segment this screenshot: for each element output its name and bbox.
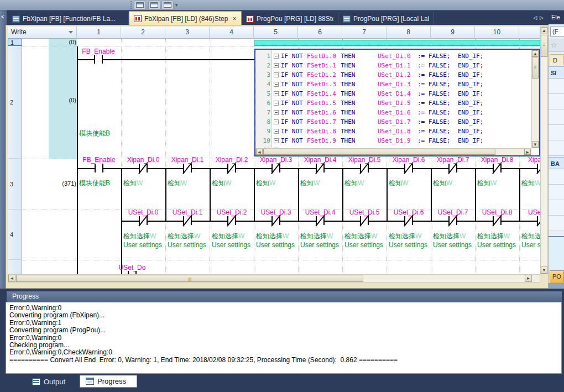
contact-fb-enable[interactable] xyxy=(102,55,103,64)
contact-USet_Di.2[interactable] xyxy=(235,216,236,225)
contact-Xipan_Di.8[interactable] xyxy=(500,164,502,173)
editor-tab[interactable]: FbXipan [FB] [LD] (846)Step× xyxy=(129,11,242,25)
contact-USet_Di.8[interactable] xyxy=(500,216,502,225)
bottom-tab-output[interactable]: Output xyxy=(27,375,79,388)
collapse-minus-icon[interactable] xyxy=(274,119,279,124)
element-list-row[interactable] xyxy=(549,79,564,94)
st-code-line[interactable]: 5IF NOT FSetDi.4THENUSet_Di.4:= FALSE;EN… xyxy=(255,89,529,98)
element-list-row[interactable] xyxy=(549,169,564,185)
scroll-up-icon[interactable]: ▲ xyxy=(541,27,547,34)
collapse-minus-icon[interactable] xyxy=(274,82,279,87)
st-vertical-scrollbar[interactable]: ▲≡▼ xyxy=(531,50,539,148)
contact-fb-enable[interactable] xyxy=(102,164,103,173)
scroll-down-icon[interactable]: ▼ xyxy=(532,141,539,148)
ladder-editor-canvas[interactable]: 1234(0)(0)(371)FB_Enable模块使能BFB_Enable模块… xyxy=(8,39,540,274)
element-panel-tab-d[interactable]: D xyxy=(550,54,564,65)
form-editor-icon[interactable] xyxy=(134,1,146,9)
row-number-cell[interactable] xyxy=(8,260,22,274)
contact-Xipan_Di.4[interactable] xyxy=(323,164,325,173)
toolbar-drag-handle[interactable] xyxy=(130,1,132,9)
contact-USet_Di.3[interactable] xyxy=(279,216,280,225)
scroll-right-icon[interactable]: ► xyxy=(524,149,531,155)
contact-Xipan_Di.6[interactable] xyxy=(412,164,413,173)
element-list-row[interactable] xyxy=(549,109,564,125)
collapse-minus-icon[interactable] xyxy=(274,91,279,96)
editor-tab[interactable]: ProgPou [PRG] [LD] 88Step xyxy=(242,12,338,25)
ladder-horizontal-scrollbar[interactable]: ◄ ||| ► xyxy=(8,274,540,283)
contact-fb-enable[interactable] xyxy=(94,55,95,64)
contact-USet_Di.6[interactable] xyxy=(412,216,413,225)
st-code-line[interactable]: 3IF NOT FSetDi.2THENUSet_Di.2:= FALSE;EN… xyxy=(255,70,529,80)
row-number-cell[interactable]: 1 xyxy=(8,39,22,46)
element-group-si[interactable]: SI xyxy=(549,66,564,79)
collapse-minus-icon[interactable] xyxy=(274,72,279,77)
ladder-editor-icon xyxy=(246,15,254,23)
contact-Xipan_Di.0[interactable] xyxy=(147,164,148,173)
collapse-minus-icon[interactable] xyxy=(274,54,279,59)
contact-Xipan_Di.1[interactable] xyxy=(191,164,192,173)
row-number-cell[interactable]: 3 xyxy=(8,159,22,210)
toolbar-overflow-button[interactable]: ▾ xyxy=(173,2,180,9)
element-list-row[interactable] xyxy=(549,185,564,200)
element-list-row[interactable] xyxy=(549,140,564,156)
collapse-left-icon[interactable]: < xyxy=(1,14,4,20)
contact-USet_Di.7[interactable] xyxy=(456,216,457,225)
tab-scroll-right-icon[interactable]: ▷ xyxy=(540,15,546,20)
contact-Xipan_Di.5[interactable] xyxy=(368,164,369,173)
collapse-minus-icon[interactable] xyxy=(274,129,279,134)
tab-scroll-arrows[interactable]: ◁▷ xyxy=(533,15,546,20)
collapse-minus-icon[interactable] xyxy=(274,138,279,143)
element-list-row[interactable] xyxy=(549,125,564,140)
user-key-icon[interactable] xyxy=(161,1,174,9)
collapse-minus-icon[interactable] xyxy=(274,110,279,115)
contact-Xipan_Di.3[interactable] xyxy=(279,164,280,173)
edit-mode-dropdown[interactable]: Write xyxy=(8,27,77,39)
scrollbar-thumb[interactable]: ≡ xyxy=(532,58,539,79)
st-code-line[interactable]: 9IF NOT FSetDi.8THENUSet_Di.8:= FALSE;EN… xyxy=(255,127,529,136)
st-code-line[interactable]: 10IF NOT FSetDi.9THENUSet_Di.9:= FALSE;E… xyxy=(255,136,529,145)
contact-USet_Di.4[interactable] xyxy=(323,216,325,225)
progress-log[interactable]: Error:0,Warning:0Converting program (FbX… xyxy=(6,302,562,374)
st-code-line[interactable]: 4IF NOT FSetDi.3THENUSet_Di.3:= FALSE;EN… xyxy=(255,80,529,89)
scrollbar-thumb[interactable]: ≡ xyxy=(541,35,547,57)
element-list-row[interactable] xyxy=(549,94,564,109)
inline-st-box[interactable]: 1IF NOT FSetDi.0THENUSet_Di.0:= FALSE;EN… xyxy=(254,49,540,156)
contact-fb-enable[interactable] xyxy=(95,164,96,173)
element-list-row[interactable] xyxy=(549,216,564,231)
row-number-cell[interactable]: 4 xyxy=(8,210,22,260)
st-code-line[interactable]: 2IF NOT FSetDi.1THENUSet_Di.1:= FALSE;EN… xyxy=(255,61,529,70)
editor-tab[interactable]: FbXipan [FB] [Function/FB La... xyxy=(8,12,129,25)
element-filter-input[interactable]: (F xyxy=(550,27,564,36)
element-group-ba[interactable]: BA xyxy=(549,157,564,169)
st-code-line[interactable]: 7IF NOT FSetDi.6THENUSet_Di.6:= FALSE;EN… xyxy=(255,108,529,117)
scroll-up-icon[interactable]: ▲ xyxy=(532,50,539,57)
st-horizontal-scrollbar[interactable]: ◄► xyxy=(255,148,531,155)
st-code-line[interactable]: 8IF NOT FSetDi.7THENUSet_Di.7:= FALSE;EN… xyxy=(255,117,529,127)
scroll-down-icon[interactable]: ▼ xyxy=(541,266,547,274)
favorites-star-icon[interactable]: ☆ xyxy=(549,39,564,52)
editor-tab[interactable]: ProgPou [PRG] [Local Label ... xyxy=(338,12,434,25)
contact-Xipan_Di.7[interactable] xyxy=(456,164,457,173)
element-list-row[interactable] xyxy=(549,200,564,216)
window-icon[interactable] xyxy=(148,1,160,9)
scrollbar-thumb[interactable] xyxy=(263,149,495,155)
contact-Xipan_Di.2[interactable] xyxy=(235,164,236,173)
tab-close-icon[interactable]: × xyxy=(232,15,236,23)
comment-text: 检知选择 xyxy=(168,232,194,240)
ladder-vertical-scrollbar[interactable]: ▲ ≡ ▼ xyxy=(540,27,548,274)
scroll-right-icon[interactable]: ► xyxy=(525,275,532,282)
st-code-line[interactable]: 6IF NOT FSetDi.5THENUSet_Di.5:= FALSE;EN… xyxy=(255,98,529,108)
st-code-line[interactable]: 1IF NOT FSetDi.0THENUSet_Di.0:= FALSE;EN… xyxy=(255,51,529,61)
contact-USet_Di.1[interactable] xyxy=(191,216,192,225)
row-number-cell[interactable]: 2 xyxy=(8,46,22,159)
bottom-tab-progress[interactable]: Progress xyxy=(80,375,137,388)
collapse-minus-icon[interactable] xyxy=(274,101,279,106)
contact-USet_Di.5[interactable] xyxy=(368,216,369,225)
scroll-left-icon[interactable]: ◄ xyxy=(8,275,15,282)
element-panel-tab-po[interactable]: PO xyxy=(550,270,564,283)
scroll-left-icon[interactable]: ◄ xyxy=(256,149,263,155)
tab-scroll-left-icon[interactable]: ◁ xyxy=(533,15,540,20)
scrollbar-thumb[interactable]: ||| xyxy=(16,275,363,282)
contact-USet_Di.0[interactable] xyxy=(147,216,148,225)
collapse-minus-icon[interactable] xyxy=(274,63,279,68)
